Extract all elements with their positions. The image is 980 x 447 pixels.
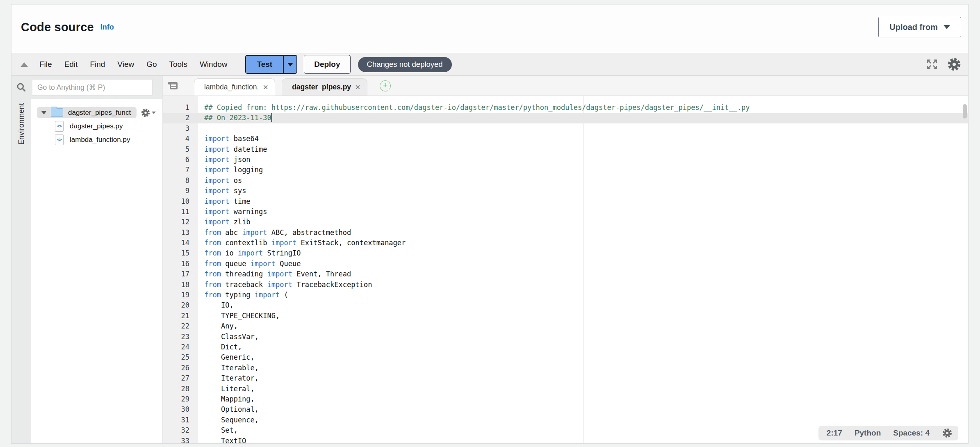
menu-tools[interactable]: Tools xyxy=(169,60,187,69)
code-line[interactable]: 14from contextlib import ExitStack, cont… xyxy=(163,238,968,248)
code-line[interactable]: 25 Generic, xyxy=(163,352,968,363)
code-line[interactable]: 6import json xyxy=(163,155,968,165)
code-file-icon: <> xyxy=(55,135,64,145)
code-editor[interactable]: 1## Copied from: https://raw.githubuserc… xyxy=(163,96,968,443)
code-line[interactable]: 20 IO, xyxy=(163,300,968,310)
line-number: 3 xyxy=(163,123,198,134)
info-link[interactable]: Info xyxy=(100,23,114,32)
fullscreen-button[interactable] xyxy=(926,59,938,70)
file-row[interactable]: <>dagster_pipes.py xyxy=(31,119,162,133)
vertical-scrollbar-thumb[interactable] xyxy=(963,104,967,119)
test-button[interactable]: Test xyxy=(246,56,283,73)
code-line[interactable]: 24 Dict, xyxy=(163,342,968,352)
test-dropdown-button[interactable] xyxy=(283,56,296,73)
new-tab-button[interactable]: + xyxy=(380,80,391,91)
code-line[interactable]: 28 Literal, xyxy=(163,384,968,394)
file-row[interactable]: <>lambda_function.py xyxy=(31,133,162,146)
editor-status-bar: 2:17 Python Spaces: 4 xyxy=(818,426,958,440)
line-number: 22 xyxy=(163,321,198,331)
tab-close-icon[interactable]: × xyxy=(355,83,360,92)
code-line[interactable]: 29 Mapping, xyxy=(163,394,968,404)
line-number: 26 xyxy=(163,363,198,373)
tab-list-button[interactable] xyxy=(168,81,178,91)
file-name: lambda_function.py xyxy=(70,136,130,144)
deploy-button[interactable]: Deploy xyxy=(304,55,350,74)
line-number: 1 xyxy=(163,103,198,113)
tab-lambda_function[interactable]: lambda_function.× xyxy=(194,78,275,96)
code-text: import time xyxy=(198,196,251,207)
code-text: ## Copied from: https://raw.githubuserco… xyxy=(198,103,750,113)
line-number: 28 xyxy=(163,384,198,394)
indent-setting[interactable]: Spaces: 4 xyxy=(893,429,930,438)
code-line[interactable]: 3 xyxy=(163,123,968,134)
code-line[interactable]: 7import logging xyxy=(163,165,968,175)
code-line[interactable]: 2## On 2023-11-30 xyxy=(163,113,968,123)
code-line[interactable]: 26 Iterable, xyxy=(163,363,968,373)
code-line[interactable]: 18from traceback import TracebackExcepti… xyxy=(163,280,968,290)
code-text: Iterable, xyxy=(198,363,259,373)
menu-window[interactable]: Window xyxy=(200,60,228,69)
file-tree: dagster_pipes_funct <>dagster_pipes.py<>… xyxy=(31,99,162,443)
code-line[interactable]: 12import zlib xyxy=(163,217,968,227)
code-line[interactable]: 19from typing import ( xyxy=(163,290,968,300)
line-number: 33 xyxy=(163,436,198,444)
folder-expand-icon[interactable] xyxy=(41,111,47,114)
tab-close-icon[interactable]: × xyxy=(263,83,268,92)
line-number: 4 xyxy=(163,134,198,144)
folder-name: dagster_pipes_funct xyxy=(68,109,131,117)
gear-icon[interactable] xyxy=(942,428,953,438)
upload-from-label: Upload from xyxy=(889,23,938,32)
line-number: 23 xyxy=(163,332,198,342)
code-line[interactable]: 30 Optional, xyxy=(163,404,968,415)
code-line[interactable]: 16from queue import Queue xyxy=(163,259,968,269)
code-line[interactable]: 8import os xyxy=(163,176,968,186)
code-line[interactable]: 31 Sequence, xyxy=(163,415,968,425)
code-line[interactable]: 11import warnings xyxy=(163,207,968,217)
content-area: Environment dagster_pipes_funct xyxy=(11,76,968,443)
collapse-up-icon[interactable] xyxy=(21,62,28,67)
line-number: 17 xyxy=(163,269,198,279)
code-text: import zlib xyxy=(198,217,251,227)
environment-rail: Environment xyxy=(11,76,31,443)
goto-anything-input[interactable] xyxy=(32,79,153,96)
code-line[interactable]: 23 ClassVar, xyxy=(163,332,968,342)
environment-tab-label[interactable]: Environment xyxy=(17,103,26,145)
line-number: 25 xyxy=(163,352,198,363)
folder-settings-button[interactable] xyxy=(141,108,156,118)
code-line[interactable]: 15from io import StringIO xyxy=(163,248,968,258)
code-line[interactable]: 10import time xyxy=(163,196,968,207)
code-line[interactable]: 27 Iterator, xyxy=(163,373,968,383)
goto-anything-row xyxy=(31,76,162,99)
code-text: Mapping, xyxy=(198,394,255,404)
menu-file[interactable]: File xyxy=(39,60,52,69)
code-line[interactable]: 9import sys xyxy=(163,186,968,196)
code-line[interactable]: 1## Copied from: https://raw.githubuserc… xyxy=(163,103,968,113)
code-file-icon: <> xyxy=(55,121,64,132)
line-number: 30 xyxy=(163,404,198,415)
menu-bar: FileEditFindViewGoToolsWindow xyxy=(39,60,227,69)
code-line[interactable]: 5import datetime xyxy=(163,144,968,155)
language-mode[interactable]: Python xyxy=(855,429,881,438)
code-line[interactable]: 22 Any, xyxy=(163,321,968,331)
code-lines: 1## Copied from: https://raw.githubuserc… xyxy=(163,96,968,443)
code-line[interactable]: 13from abc import ABC, abstractmethod xyxy=(163,228,968,238)
code-text: Sequence, xyxy=(198,415,259,425)
menu-go[interactable]: Go xyxy=(146,60,157,69)
settings-button[interactable] xyxy=(947,57,962,72)
menu-find[interactable]: Find xyxy=(90,60,105,69)
selected-folder[interactable]: dagster_pipes_funct xyxy=(37,107,137,118)
text-cursor xyxy=(271,113,272,122)
code-line[interactable]: 21 TYPE_CHECKING, xyxy=(163,311,968,321)
code-text: import base64 xyxy=(198,134,259,144)
code-line[interactable]: 17from threading import Event, Thread xyxy=(163,269,968,279)
folder-icon xyxy=(51,108,63,117)
menu-edit[interactable]: Edit xyxy=(64,60,78,69)
menu-view[interactable]: View xyxy=(117,60,134,69)
cursor-position[interactable]: 2:17 xyxy=(827,429,842,438)
tab-label: lambda_function. xyxy=(204,83,259,91)
code-line[interactable]: 4import base64 xyxy=(163,134,968,144)
gear-icon xyxy=(947,57,962,72)
folder-row[interactable]: dagster_pipes_funct xyxy=(31,106,162,119)
upload-from-button[interactable]: Upload from xyxy=(878,17,961,37)
tab-dagster_pipes.py[interactable]: dagster_pipes.py× xyxy=(282,78,367,96)
